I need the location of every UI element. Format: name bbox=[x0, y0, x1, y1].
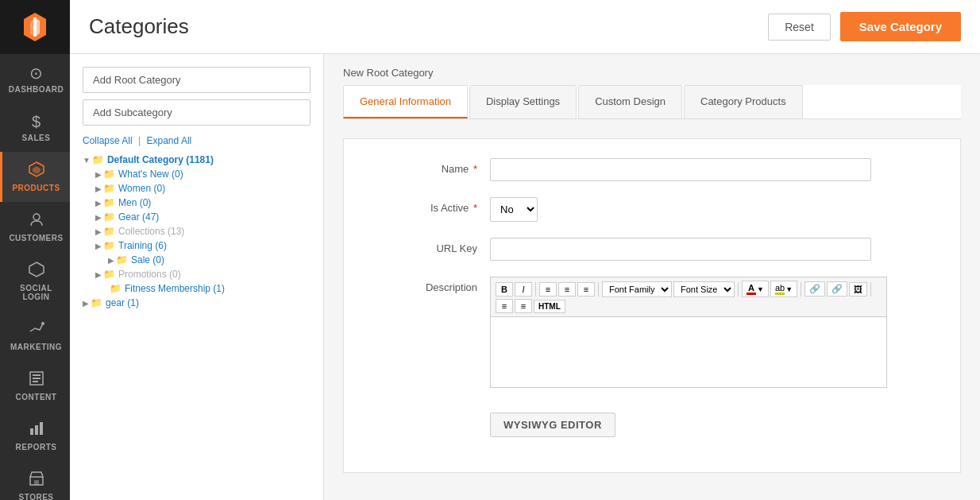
svg-marker-7 bbox=[29, 262, 44, 277]
editor-wrapper: B I ≡ ≡ ≡ Font Family Font Size bbox=[490, 277, 887, 390]
tree-item-fitness[interactable]: 📁 Fitness Membership (1) bbox=[108, 281, 311, 296]
tree-item-label: Men (0) bbox=[118, 197, 151, 208]
svg-rect-15 bbox=[40, 422, 43, 435]
sidebar-item-stores[interactable]: STORES bbox=[0, 461, 70, 500]
toolbar-divider bbox=[535, 282, 536, 297]
tree-root-label: Default Category (1181) bbox=[107, 154, 214, 165]
products-icon bbox=[29, 161, 44, 181]
svg-rect-3 bbox=[33, 17, 37, 37]
editor-ol-btn[interactable]: ≡ bbox=[496, 299, 513, 313]
tree-item-label: Fitness Membership (1) bbox=[125, 283, 225, 294]
sidebar-item-label: STORES bbox=[19, 493, 54, 500]
sidebar-item-label: DASHBOARD bbox=[9, 85, 64, 94]
wysiwyg-editor-button[interactable]: WYSIWYG Editor bbox=[490, 413, 615, 437]
tree-item-sale[interactable]: ▶ 📁 Sale (0) bbox=[108, 253, 311, 267]
tree-item-training[interactable]: ▶ 📁 Training (6) bbox=[95, 238, 311, 253]
tree-children: ▶ 📁 What's New (0) ▶ 📁 Women (0) ▶ 📁 Men… bbox=[83, 167, 311, 296]
editor-forecolor-btn[interactable]: A ▼ bbox=[742, 281, 769, 297]
svg-rect-14 bbox=[35, 425, 38, 435]
collapse-all-link[interactable]: Collapse All bbox=[83, 135, 133, 146]
expand-all-link[interactable]: Expand All bbox=[147, 135, 192, 146]
toolbar-divider-5 bbox=[870, 282, 871, 297]
tab-general[interactable]: General Information bbox=[343, 85, 468, 118]
editor-link-btn[interactable]: 🔗 bbox=[804, 281, 825, 297]
svg-rect-17 bbox=[34, 480, 39, 485]
sidebar-item-social-login[interactable]: SOCIAL LOGIN bbox=[0, 252, 70, 311]
is-active-select-wrapper: No Yes bbox=[490, 197, 538, 222]
sales-icon: $ bbox=[32, 113, 41, 131]
wysiwyg-row: WYSIWYG Editor bbox=[363, 406, 941, 437]
tab-category-products[interactable]: Category Products bbox=[684, 85, 803, 118]
sidebar-logo bbox=[0, 0, 70, 54]
tree-item-gear-root[interactable]: ▶ 📁 gear (1) bbox=[83, 296, 311, 310]
sidebar-item-customers[interactable]: CUSTOMERS bbox=[0, 202, 70, 252]
sidebar-item-label: REPORTS bbox=[16, 443, 57, 452]
main-content: Categories Reset Save Category Add Root … bbox=[70, 0, 980, 500]
editor-align-center-btn[interactable]: ≡ bbox=[558, 282, 576, 297]
editor-image-btn[interactable]: 🖼 bbox=[849, 282, 867, 297]
name-input[interactable] bbox=[490, 158, 871, 181]
folder-icon: 📁 bbox=[92, 154, 104, 165]
tree-item-collections[interactable]: ▶ 📁 Collections (13) bbox=[95, 224, 311, 238]
form-section: Name * Is Active * No Yes bbox=[343, 138, 961, 473]
description-textarea[interactable] bbox=[490, 316, 887, 388]
tree-item-label: Training (6) bbox=[118, 240, 167, 251]
add-subcategory-button[interactable]: Add Subcategory bbox=[83, 99, 311, 126]
tab-custom-design[interactable]: Custom Design bbox=[578, 85, 682, 118]
tab-display[interactable]: Display Settings bbox=[469, 85, 577, 118]
svg-point-6 bbox=[33, 214, 40, 220]
tree-item-promotions[interactable]: ▶ 📁 Promotions (0) bbox=[95, 267, 311, 281]
tree-item-label: Promotions (0) bbox=[118, 269, 181, 280]
toolbar-divider-3 bbox=[738, 282, 739, 297]
tree-item-whatsnew[interactable]: ▶ 📁 What's New (0) bbox=[95, 167, 311, 181]
editor-hilitecolor-btn[interactable]: ab ▼ bbox=[770, 281, 797, 297]
name-label: Name * bbox=[363, 158, 490, 175]
sidebar-item-label: SALES bbox=[22, 134, 51, 142]
page-title: Categories bbox=[89, 14, 189, 39]
url-key-label: URL Key bbox=[363, 238, 490, 254]
editor-bold-btn[interactable]: B bbox=[496, 282, 513, 297]
sidebar-item-content[interactable]: CONTENT bbox=[0, 361, 70, 411]
font-size-select[interactable]: Font Size bbox=[673, 281, 735, 297]
tree-item-women[interactable]: ▶ 📁 Women (0) bbox=[95, 181, 311, 196]
left-panel: Add Root Category Add Subcategory Collap… bbox=[70, 54, 324, 500]
editor-html-btn[interactable]: HTML bbox=[534, 300, 565, 313]
description-row: Description B I ≡ ≡ ≡ Font Family bbox=[363, 277, 941, 390]
tree-children-promotions: 📁 Fitness Membership (1) bbox=[95, 281, 311, 296]
sidebar-item-products[interactable]: PRODUCTS bbox=[0, 152, 70, 202]
is-active-select[interactable]: No Yes bbox=[490, 197, 538, 222]
tabs-container: General Information Display Settings Cus… bbox=[343, 85, 961, 119]
tree-root-item[interactable]: ▼ 📁 Default Category (1181) bbox=[83, 153, 311, 167]
editor-italic-btn[interactable]: I bbox=[515, 282, 532, 297]
sidebar-item-reports[interactable]: REPORTS bbox=[0, 411, 70, 461]
social-login-icon bbox=[29, 262, 44, 281]
reset-button[interactable]: Reset bbox=[768, 14, 831, 41]
url-key-row: URL Key bbox=[363, 238, 941, 261]
new-root-label: New Root Category bbox=[343, 67, 961, 79]
customers-icon bbox=[29, 211, 44, 231]
tree-item-men[interactable]: ▶ 📁 Men (0) bbox=[95, 196, 311, 210]
svg-rect-10 bbox=[33, 374, 41, 376]
sidebar-item-label: CUSTOMERS bbox=[9, 234, 63, 242]
sidebar-item-sales[interactable]: $ SALES bbox=[0, 103, 70, 152]
editor-toolbar: B I ≡ ≡ ≡ Font Family Font Size bbox=[490, 277, 887, 316]
right-panel: New Root Category General Information Di… bbox=[324, 54, 980, 500]
editor-align-right-btn[interactable]: ≡ bbox=[577, 282, 595, 297]
save-category-button[interactable]: Save Category bbox=[840, 12, 961, 41]
tree-item-label: gear (1) bbox=[106, 297, 139, 308]
url-key-input[interactable] bbox=[490, 238, 871, 261]
tree-item-gear[interactable]: ▶ 📁 Gear (47) bbox=[95, 210, 311, 224]
tree-controls: Collapse All | Expand All bbox=[83, 135, 311, 146]
sidebar-item-dashboard[interactable]: ⊙ DASHBOARD bbox=[0, 54, 70, 103]
content-icon bbox=[29, 370, 44, 390]
font-family-select[interactable]: Font Family bbox=[602, 281, 672, 297]
editor-align-left-btn[interactable]: ≡ bbox=[539, 282, 557, 297]
editor-ul-btn[interactable]: ≡ bbox=[515, 299, 532, 313]
content-area: Add Root Category Add Subcategory Collap… bbox=[70, 54, 980, 500]
sidebar-item-marketing[interactable]: MARKETING bbox=[0, 311, 70, 361]
svg-point-8 bbox=[41, 322, 44, 325]
add-root-category-button[interactable]: Add Root Category bbox=[83, 67, 311, 93]
toolbar-divider-4 bbox=[801, 282, 801, 297]
hilitecolor-swatch bbox=[775, 293, 785, 295]
editor-unlink-btn[interactable]: 🔗 bbox=[827, 281, 847, 297]
